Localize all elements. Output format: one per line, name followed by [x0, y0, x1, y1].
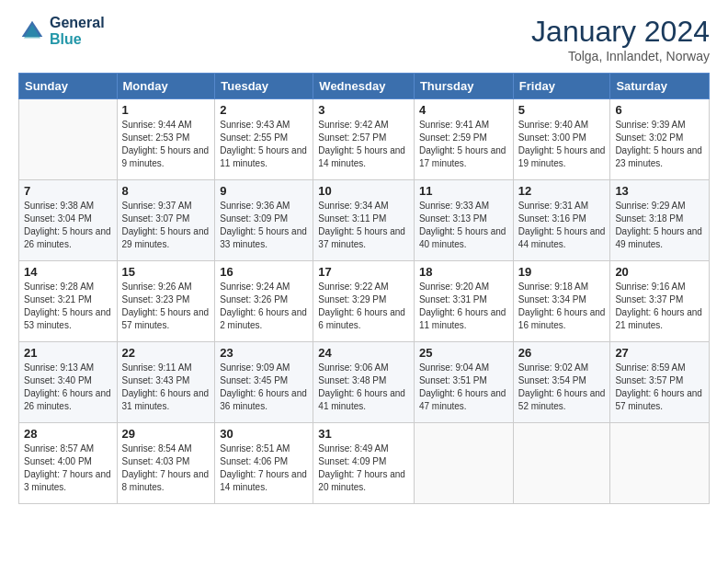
day-number: 20 — [615, 265, 704, 279]
table-row: 17Sunrise: 9:22 AMSunset: 3:29 PMDayligh… — [313, 261, 415, 342]
day-number: 13 — [615, 184, 704, 198]
day-number: 30 — [220, 427, 308, 441]
day-info: Sunrise: 9:33 AMSunset: 3:13 PMDaylight:… — [419, 200, 508, 251]
day-number: 8 — [122, 184, 210, 198]
header: General Blue January 2024 Tolga, Innland… — [18, 15, 710, 63]
day-info: Sunrise: 9:09 AMSunset: 3:45 PMDaylight:… — [220, 362, 308, 413]
day-number: 11 — [419, 184, 508, 198]
day-info: Sunrise: 9:06 AMSunset: 3:48 PMDaylight:… — [318, 362, 409, 413]
calendar-week-row: 1Sunrise: 9:44 AMSunset: 2:53 PMDaylight… — [19, 99, 710, 180]
table-row: 8Sunrise: 9:37 AMSunset: 3:07 PMDaylight… — [117, 180, 215, 261]
day-info: Sunrise: 9:44 AMSunset: 2:53 PMDaylight:… — [122, 119, 210, 170]
table-row: 27Sunrise: 8:59 AMSunset: 3:57 PMDayligh… — [610, 342, 710, 423]
day-number: 25 — [419, 346, 508, 360]
table-row: 20Sunrise: 9:16 AMSunset: 3:37 PMDayligh… — [610, 261, 710, 342]
day-info: Sunrise: 9:41 AMSunset: 2:59 PMDaylight:… — [419, 119, 508, 170]
day-number: 27 — [615, 346, 704, 360]
day-info: Sunrise: 9:02 AMSunset: 3:54 PMDaylight:… — [518, 362, 606, 413]
table-row: 21Sunrise: 9:13 AMSunset: 3:40 PMDayligh… — [19, 342, 118, 423]
day-info: Sunrise: 9:18 AMSunset: 3:34 PMDaylight:… — [518, 281, 606, 332]
table-row: 2Sunrise: 9:43 AMSunset: 2:55 PMDaylight… — [215, 99, 313, 180]
table-row: 5Sunrise: 9:40 AMSunset: 3:00 PMDaylight… — [513, 99, 610, 180]
table-row: 31Sunrise: 8:49 AMSunset: 4:09 PMDayligh… — [313, 423, 415, 504]
title-section: January 2024 Tolga, Innlandet, Norway — [531, 15, 710, 63]
day-info: Sunrise: 9:43 AMSunset: 2:55 PMDaylight:… — [220, 119, 308, 170]
header-sunday: Sunday — [19, 74, 118, 99]
table-row: 7Sunrise: 9:38 AMSunset: 3:04 PMDaylight… — [19, 180, 118, 261]
day-info: Sunrise: 8:49 AMSunset: 4:09 PMDaylight:… — [318, 442, 409, 494]
day-number: 28 — [24, 427, 112, 441]
day-number: 5 — [518, 103, 606, 117]
header-saturday: Saturday — [610, 74, 710, 99]
table-row: 6Sunrise: 9:39 AMSunset: 3:02 PMDaylight… — [610, 99, 710, 180]
location: Tolga, Innlandet, Norway — [531, 49, 710, 63]
day-info: Sunrise: 9:34 AMSunset: 3:11 PMDaylight:… — [318, 200, 409, 251]
day-number: 2 — [220, 103, 308, 117]
day-info: Sunrise: 9:22 AMSunset: 3:29 PMDaylight:… — [318, 281, 409, 332]
day-info: Sunrise: 9:29 AMSunset: 3:18 PMDaylight:… — [615, 200, 704, 251]
day-info: Sunrise: 9:38 AMSunset: 3:04 PMDaylight:… — [24, 200, 112, 251]
day-number: 3 — [318, 103, 409, 117]
calendar-week-row: 21Sunrise: 9:13 AMSunset: 3:40 PMDayligh… — [19, 342, 710, 423]
day-number: 23 — [220, 346, 308, 360]
table-row: 26Sunrise: 9:02 AMSunset: 3:54 PMDayligh… — [513, 342, 610, 423]
table-row — [19, 99, 118, 180]
day-info: Sunrise: 9:36 AMSunset: 3:09 PMDaylight:… — [220, 200, 308, 251]
day-info: Sunrise: 9:42 AMSunset: 2:57 PMDaylight:… — [318, 119, 409, 170]
day-number: 1 — [122, 103, 210, 117]
calendar-week-row: 28Sunrise: 8:57 AMSunset: 4:00 PMDayligh… — [19, 423, 710, 504]
month-title: January 2024 — [531, 15, 710, 49]
day-info: Sunrise: 8:51 AMSunset: 4:06 PMDaylight:… — [220, 442, 308, 494]
day-number: 9 — [220, 184, 308, 198]
table-row — [414, 423, 513, 504]
table-row — [513, 423, 610, 504]
day-number: 19 — [518, 265, 606, 279]
table-row: 24Sunrise: 9:06 AMSunset: 3:48 PMDayligh… — [313, 342, 415, 423]
table-row: 30Sunrise: 8:51 AMSunset: 4:06 PMDayligh… — [215, 423, 313, 504]
day-info: Sunrise: 8:54 AMSunset: 4:03 PMDaylight:… — [122, 442, 210, 494]
day-number: 21 — [24, 346, 112, 360]
day-info: Sunrise: 9:11 AMSunset: 3:43 PMDaylight:… — [122, 362, 210, 413]
calendar-table: Sunday Monday Tuesday Wednesday Thursday… — [18, 73, 710, 504]
day-number: 29 — [122, 427, 210, 441]
page: General Blue January 2024 Tolga, Innland… — [0, 0, 728, 563]
day-number: 6 — [615, 103, 704, 117]
day-number: 7 — [24, 184, 112, 198]
table-row: 13Sunrise: 9:29 AMSunset: 3:18 PMDayligh… — [610, 180, 710, 261]
day-number: 18 — [419, 265, 508, 279]
day-info: Sunrise: 9:04 AMSunset: 3:51 PMDaylight:… — [419, 362, 508, 413]
day-number: 16 — [220, 265, 308, 279]
day-info: Sunrise: 9:13 AMSunset: 3:40 PMDaylight:… — [24, 362, 112, 413]
header-friday: Friday — [513, 74, 610, 99]
day-info: Sunrise: 9:28 AMSunset: 3:21 PMDaylight:… — [24, 281, 112, 332]
header-wednesday: Wednesday — [313, 74, 415, 99]
day-info: Sunrise: 9:24 AMSunset: 3:26 PMDaylight:… — [220, 281, 308, 332]
table-row: 10Sunrise: 9:34 AMSunset: 3:11 PMDayligh… — [313, 180, 415, 261]
logo-text: General Blue — [50, 15, 105, 48]
day-number: 22 — [122, 346, 210, 360]
calendar-week-row: 7Sunrise: 9:38 AMSunset: 3:04 PMDaylight… — [19, 180, 710, 261]
day-info: Sunrise: 9:39 AMSunset: 3:02 PMDaylight:… — [615, 119, 704, 170]
logo-icon — [18, 17, 46, 45]
day-info: Sunrise: 8:59 AMSunset: 3:57 PMDaylight:… — [615, 362, 704, 413]
day-info: Sunrise: 9:40 AMSunset: 3:00 PMDaylight:… — [518, 119, 606, 170]
table-row: 3Sunrise: 9:42 AMSunset: 2:57 PMDaylight… — [313, 99, 415, 180]
day-number: 15 — [122, 265, 210, 279]
day-number: 12 — [518, 184, 606, 198]
table-row: 1Sunrise: 9:44 AMSunset: 2:53 PMDaylight… — [117, 99, 215, 180]
table-row: 11Sunrise: 9:33 AMSunset: 3:13 PMDayligh… — [414, 180, 513, 261]
table-row: 28Sunrise: 8:57 AMSunset: 4:00 PMDayligh… — [19, 423, 118, 504]
table-row: 22Sunrise: 9:11 AMSunset: 3:43 PMDayligh… — [117, 342, 215, 423]
day-number: 17 — [318, 265, 409, 279]
day-number: 31 — [318, 427, 409, 441]
table-row: 9Sunrise: 9:36 AMSunset: 3:09 PMDaylight… — [215, 180, 313, 261]
table-row: 12Sunrise: 9:31 AMSunset: 3:16 PMDayligh… — [513, 180, 610, 261]
table-row: 25Sunrise: 9:04 AMSunset: 3:51 PMDayligh… — [414, 342, 513, 423]
day-info: Sunrise: 8:57 AMSunset: 4:00 PMDaylight:… — [24, 442, 112, 494]
logo: General Blue — [18, 15, 105, 48]
table-row: 29Sunrise: 8:54 AMSunset: 4:03 PMDayligh… — [117, 423, 215, 504]
table-row: 18Sunrise: 9:20 AMSunset: 3:31 PMDayligh… — [414, 261, 513, 342]
day-number: 26 — [518, 346, 606, 360]
day-number: 4 — [419, 103, 508, 117]
day-number: 24 — [318, 346, 409, 360]
